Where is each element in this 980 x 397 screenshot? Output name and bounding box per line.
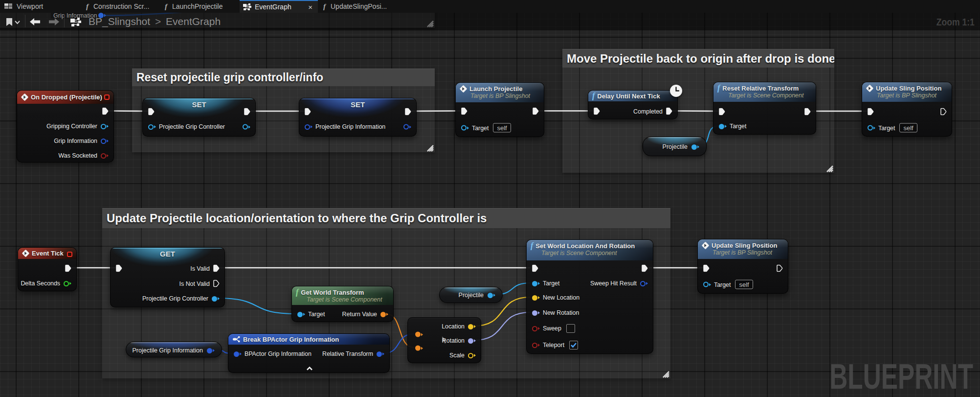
data-pin-yellow[interactable] <box>468 324 476 329</box>
exec-pin[interactable] <box>213 265 220 272</box>
node-on-dropped[interactable]: On Dropped (Projectile) Gripping Control… <box>17 90 114 163</box>
node-subtitle: Target is Scene Component <box>307 296 382 303</box>
exec-pin[interactable] <box>777 265 783 272</box>
exec-pin[interactable] <box>703 265 710 272</box>
data-pin-cyan[interactable] <box>532 281 540 286</box>
exec-pin[interactable] <box>719 108 725 116</box>
breadcrumb-root[interactable]: BP_Slingshot <box>89 16 150 27</box>
exec-pin[interactable] <box>148 108 155 116</box>
node-break-grip-info[interactable]: Break BPActor Grip InformationBPActor Gr… <box>228 333 390 373</box>
data-pin-lavender[interactable] <box>468 338 476 344</box>
bookmark-dropdown-icon[interactable] <box>15 21 21 24</box>
delegate-pin[interactable] <box>67 252 72 257</box>
comment-title-reset[interactable]: Reset projectile grip controller/info <box>132 69 435 86</box>
data-pin-cyan[interactable] <box>243 124 250 130</box>
bookmark-icon[interactable] <box>6 18 13 27</box>
exec-pin[interactable] <box>116 265 122 272</box>
node-get-world-transform[interactable]: f Get World TransformTarget is Scene Com… <box>291 286 394 322</box>
node-set-grip-controller[interactable]: SET Projectile Grip Controller <box>142 98 256 137</box>
exec-pin[interactable] <box>244 108 250 116</box>
exec-pin[interactable] <box>666 108 672 115</box>
data-pin-blue[interactable] <box>101 139 109 144</box>
exec-pin[interactable] <box>642 265 648 272</box>
tab-construction-script[interactable]: f Construction Scr... <box>86 0 149 13</box>
pin-label: Return Value <box>342 311 377 318</box>
forward-arrow-icon[interactable] <box>48 18 59 25</box>
exec-pin[interactable] <box>461 108 468 115</box>
self-target-box[interactable]: self <box>899 123 917 133</box>
data-pin-yellow[interactable] <box>468 353 476 358</box>
data-pin-blue[interactable] <box>403 124 411 130</box>
comment-title-move[interactable]: Move Projectile back to origin after dro… <box>562 49 834 68</box>
data-pin-red[interactable] <box>101 153 109 159</box>
delegate-pin[interactable] <box>104 94 110 100</box>
variable-node-pgi-getter[interactable]: Projectile Grip Information <box>126 342 222 357</box>
data-pin-cyan[interactable] <box>461 125 469 131</box>
self-target-box[interactable]: self <box>735 280 753 289</box>
exec-pin[interactable] <box>305 108 311 116</box>
exec-pin[interactable] <box>213 280 220 287</box>
node-title: Update Sling Position <box>876 85 941 92</box>
data-pin-blue[interactable] <box>234 351 242 357</box>
node-title: Event Tick <box>32 250 64 257</box>
data-pin-orange[interactable] <box>415 346 423 351</box>
data-pin-blue[interactable] <box>377 351 384 357</box>
pin-label: Was Socketed <box>59 152 97 159</box>
data-pin-blue[interactable] <box>305 124 312 130</box>
exec-pin[interactable] <box>594 108 600 115</box>
data-pin-green[interactable] <box>64 281 71 286</box>
f-icon: f <box>717 84 720 92</box>
data-pin-yellow[interactable] <box>532 295 540 301</box>
node-update-sling-bottom[interactable]: Update Sling PositionTarget is BP Slings… <box>697 239 788 294</box>
data-pin-red[interactable] <box>532 343 540 348</box>
exec-pin[interactable] <box>532 265 538 272</box>
exec-pin[interactable] <box>405 108 411 116</box>
data-pin-orange[interactable] <box>415 332 423 337</box>
node-event-tick[interactable]: Event Tick Delta Seconds <box>18 247 77 291</box>
exec-pin[interactable] <box>102 108 109 115</box>
exec-pin[interactable] <box>804 108 811 116</box>
node-delay-until-next-tick[interactable]: f Delay Until Next Tick Completed <box>588 90 678 119</box>
node-reset-relative-transform[interactable]: f Reset Relative TransformTarget is Scen… <box>713 82 816 135</box>
tab-close-icon[interactable]: × <box>308 3 312 11</box>
node-title: SET <box>299 100 416 109</box>
checkbox-unchecked[interactable] <box>566 324 575 333</box>
exec-pin[interactable] <box>533 108 539 115</box>
comment-title-update[interactable]: Update Projectile location/orientation t… <box>102 208 670 228</box>
data-pin-cyan[interactable] <box>719 124 727 129</box>
checkbox-checked[interactable] <box>569 341 578 350</box>
tab-viewport[interactable]: Viewport <box>4 0 43 13</box>
data-pin-lavender[interactable] <box>532 310 540 316</box>
breadcrumb-current[interactable]: EventGraph <box>166 16 221 27</box>
back-arrow-icon[interactable] <box>30 18 41 25</box>
data-pin-blue[interactable] <box>640 281 648 286</box>
tab-update-sling-position[interactable]: f UpdateSlingPosi... <box>323 0 387 13</box>
tab-launch-projectile[interactable]: f LaunchProjectile <box>165 0 223 13</box>
node-set-grip-information[interactable]: SET Projectile Grip Information <box>299 98 417 137</box>
data-pin-cyan[interactable] <box>101 124 109 129</box>
self-target-box[interactable]: self <box>493 123 511 133</box>
node-header: On Dropped (Projectile) <box>17 91 113 104</box>
node-launch-projectile[interactable]: Launch ProjectileTarget is BP Slingshot … <box>455 82 544 137</box>
data-pin-cyan[interactable] <box>212 296 220 302</box>
comment-resize-grip[interactable] <box>427 145 434 152</box>
data-pin-orange[interactable] <box>380 312 388 317</box>
data-pin-cyan[interactable] <box>703 282 711 287</box>
node-update-sling-top[interactable]: Update Sling PositionTarget is BP Slings… <box>862 82 952 137</box>
data-pin-red[interactable] <box>532 326 540 331</box>
tab-event-graph[interactable]: EventGraph × <box>240 0 318 13</box>
exec-pin[interactable] <box>868 108 874 116</box>
comment-resize-grip[interactable] <box>663 371 670 378</box>
node-get-validated[interactable]: GET Is Valid Is Not Valid Projectile Gri… <box>110 247 225 307</box>
data-pin-cyan[interactable] <box>868 125 875 131</box>
exec-pin[interactable] <box>65 265 71 272</box>
collapse-chevron-icon[interactable] <box>306 366 313 371</box>
variable-node-projectile-bottom[interactable]: Projectile <box>439 287 503 303</box>
exec-pin[interactable] <box>940 108 947 116</box>
data-pin-cyan[interactable] <box>148 124 156 130</box>
node-set-world-loc-rot[interactable]: f Set World Location And RotationTarget … <box>526 239 653 354</box>
variable-node-projectile-top[interactable]: Projectile <box>643 137 707 156</box>
comment-resize-grip[interactable] <box>826 165 834 172</box>
data-pin-cyan[interactable] <box>297 312 305 317</box>
node-subtitle: Target is Scene Component <box>541 250 617 257</box>
